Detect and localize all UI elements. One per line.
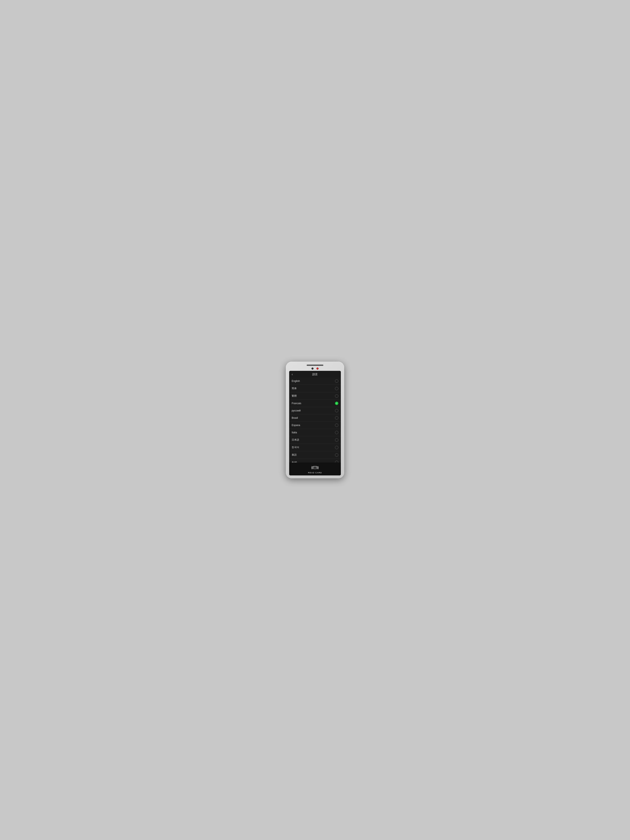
scene: ‹ 語言 English简体繁體FrancaisрусскийBrasilEsp… [265,353,365,487]
screen: ‹ 語言 English简体繁體FrancaisрусскийBrasilEsp… [289,371,341,475]
radio-italia[interactable] [335,431,338,434]
language-item-russian[interactable]: русский [289,407,341,414]
camera-dot-right [316,368,319,369]
language-item-english[interactable]: English [289,377,341,385]
language-item-thai[interactable]: 泰語 [289,451,341,459]
radio-arab[interactable] [335,461,338,463]
language-list: English简体繁體FrancaisрусскийBrasilEspanaIt… [289,377,341,463]
language-item-espana[interactable]: Espana [289,422,341,429]
language-label-traditional: 繁體 [292,394,297,398]
camera-dot-left [311,368,314,369]
sensor-bar [307,365,323,366]
device: ‹ 語言 English简体繁體FrancaisрусскийBrasilEsp… [286,362,344,478]
screen-title: 語言 [312,373,318,376]
radio-thai[interactable] [335,453,338,457]
radio-russian[interactable] [335,409,338,412]
screen-header: ‹ 語言 [289,371,341,377]
language-label-arab: Arab [292,461,297,463]
language-item-japanese[interactable]: 日本語 [289,436,341,444]
radio-korean[interactable] [335,446,338,449]
language-label-espana: Espana [292,424,300,427]
language-item-italia[interactable]: Italia [289,429,341,436]
camera-row [311,368,319,369]
language-item-korean[interactable]: 한국어 [289,444,341,451]
radio-japanese[interactable] [335,438,338,442]
language-label-russian: русский [292,409,301,412]
language-item-brasil[interactable]: Brasil [289,414,341,422]
radio-english[interactable] [335,379,338,383]
nfc-icon [311,464,319,471]
language-label-italia: Italia [292,431,297,434]
radio-brasil[interactable] [335,416,338,420]
radio-francais[interactable] [335,402,338,405]
language-label-brasil: Brasil [292,417,298,419]
language-label-simplified: 简体 [292,387,297,390]
language-item-arab[interactable]: Arab [289,459,341,463]
radio-simplified[interactable] [335,387,338,390]
read-card-area: READ CARD [289,463,341,475]
read-card-label: READ CARD [308,472,322,474]
language-item-traditional[interactable]: 繁體 [289,392,341,400]
back-button[interactable]: ‹ [292,373,293,376]
svg-rect-0 [313,466,317,469]
radio-espana[interactable] [335,423,338,427]
radio-traditional[interactable] [335,395,338,398]
language-label-english: English [292,380,300,382]
language-label-japanese: 日本語 [292,438,299,442]
language-label-korean: 한국어 [292,445,299,449]
language-item-francais[interactable]: Francais [289,400,341,407]
language-label-thai: 泰語 [292,453,297,457]
language-label-francais: Francais [292,402,301,405]
language-item-simplified[interactable]: 简体 [289,385,341,392]
